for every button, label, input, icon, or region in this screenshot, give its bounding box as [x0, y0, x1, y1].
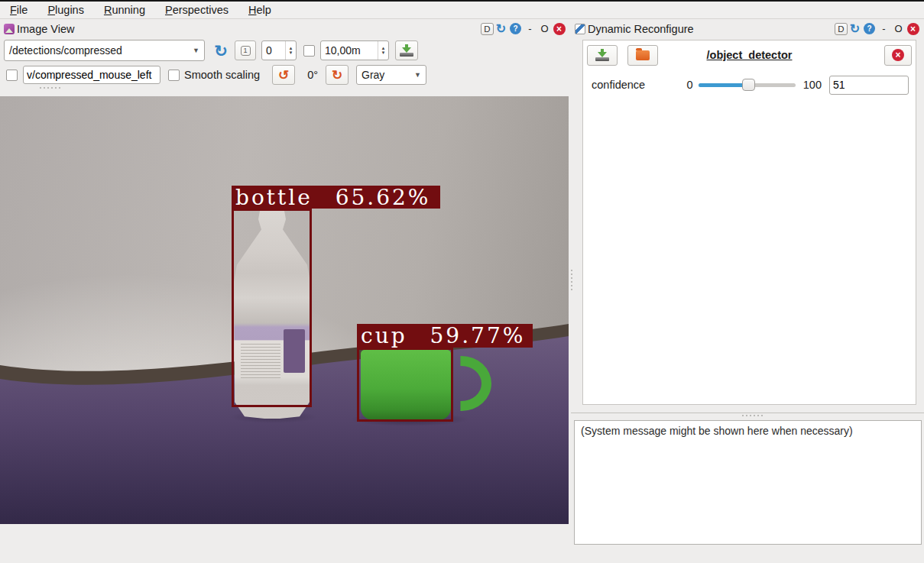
dynamic-reconfigure-plugin-icon — [575, 24, 585, 34]
parameter-min: 0 — [686, 79, 692, 91]
image-view-toolbar-row1: /detections/compressed ▼ ↻ 1 0 ▲▼ 10,00m… — [4, 40, 418, 61]
rotate-right-button[interactable]: ↻ — [326, 65, 349, 85]
reload-plugin-icon[interactable]: ↻ — [848, 22, 862, 36]
rotation-value: 0° — [307, 69, 318, 81]
dock-button[interactable]: D — [835, 23, 848, 35]
chevron-down-icon: ▼ — [414, 71, 421, 79]
save-config-button[interactable] — [587, 45, 618, 66]
help-icon[interactable]: ? — [508, 22, 523, 36]
smooth-scaling-checkbox[interactable] — [168, 70, 180, 81]
vertical-splitter-handle[interactable] — [571, 270, 572, 290]
dynamic-reconfigure-titlebar[interactable]: Dynamic Reconfigure D ↻ ? - O × — [571, 19, 924, 38]
dynamic-reconfigure-dock: Dynamic Reconfigure D ↻ ? - O × /object_… — [571, 19, 924, 413]
detection-box-bottle — [232, 209, 312, 407]
chevron-down-icon: ▼ — [193, 47, 199, 54]
menu-plugins[interactable]: Plugins — [47, 4, 84, 16]
parameter-row: confidence 0 100 — [592, 74, 909, 95]
max-range-spinbox[interactable]: 10,00m ▲▼ — [320, 40, 389, 60]
confidence-value-field[interactable] — [829, 76, 909, 95]
reload-glyph: ↻ — [496, 23, 506, 35]
topic-combobox[interactable]: /detections/compressed ▼ — [4, 40, 205, 61]
zoom-1-button[interactable]: 1 — [235, 40, 256, 60]
menu-file[interactable]: File — [10, 4, 28, 16]
menu-bar: File Plugins Running Perspectives Help — [0, 0, 924, 19]
rotate-left-icon: ↺ — [278, 69, 289, 82]
gridlines-spinbox[interactable]: 0 ▲▼ — [261, 40, 297, 60]
parameter-name: confidence — [592, 79, 686, 91]
dynamic-reconfigure-title: Dynamic Reconfigure — [588, 23, 694, 35]
close-icon: × — [907, 23, 919, 35]
close-plugin-button[interactable]: × — [906, 22, 920, 36]
confidence-slider-fill — [699, 83, 747, 87]
menu-perspectives[interactable]: Perspectives — [165, 4, 229, 16]
close-node-icon: × — [892, 49, 904, 61]
spin-down-icon[interactable]: ▼ — [381, 50, 386, 55]
parameter-max: 100 — [803, 79, 822, 91]
restore-button[interactable]: O — [537, 22, 552, 36]
spinbox-arrows[interactable]: ▲▼ — [378, 41, 388, 60]
open-folder-icon — [636, 50, 650, 60]
restore-button[interactable]: O — [891, 22, 906, 36]
zoom-1-icon: 1 — [241, 46, 251, 56]
system-message-area[interactable]: (System message might be shown here when… — [574, 420, 922, 545]
confidence-slider[interactable] — [699, 79, 795, 91]
close-icon: × — [553, 23, 566, 35]
dock-button[interactable]: D — [481, 23, 494, 35]
color-scheme-combobox[interactable]: Gray ▼ — [356, 65, 426, 85]
image-view-plugin-icon — [4, 24, 15, 34]
smooth-scaling-label[interactable]: Smooth scaling — [184, 69, 260, 81]
rotate-right-icon: ↻ — [332, 69, 342, 82]
minimize-button[interactable]: - — [877, 22, 891, 36]
save-config-icon — [595, 49, 609, 61]
image-view-dock: Image View D ↻ ? - O × /detections/compr… — [0, 19, 570, 563]
close-node-button[interactable]: × — [884, 45, 912, 66]
confidence-slider-thumb[interactable] — [742, 79, 755, 91]
detection-label-cup: cup 59.77% — [357, 324, 533, 348]
reload-plugin-icon[interactable]: ↻ — [494, 22, 508, 36]
publish-click-checkbox[interactable] — [6, 70, 18, 81]
dynamic-range-checkbox[interactable] — [303, 45, 315, 57]
help-circle: ? — [510, 23, 521, 34]
image-view-toolbar-row2: Smooth scaling ↺ 0° ↻ Gray ▼ — [6, 65, 426, 85]
detection-label-bottle: bottle 65.62% — [232, 186, 440, 209]
horizontal-splitter-handle[interactable] — [742, 415, 763, 416]
spin-down-icon[interactable]: ▼ — [289, 50, 293, 55]
toolbar-splitter-handle[interactable] — [40, 87, 60, 89]
save-image-icon — [400, 44, 413, 57]
image-view-title: Image View — [17, 23, 75, 35]
save-image-button[interactable] — [395, 40, 418, 60]
menu-running[interactable]: Running — [104, 4, 145, 16]
minimize-button[interactable]: - — [523, 22, 537, 36]
close-plugin-button[interactable]: × — [552, 22, 566, 36]
color-scheme-value: Gray — [361, 69, 384, 81]
node-toolbar: /object_detector × — [587, 44, 912, 66]
topic-combobox-value: /detections/compressed — [9, 44, 122, 57]
gridlines-value: 0 — [262, 41, 285, 60]
detection-box-cup — [357, 348, 453, 422]
image-view-titlebar[interactable]: Image View D ↻ ? - O × — [0, 19, 570, 38]
reload-glyph: ↻ — [850, 23, 860, 35]
help-icon[interactable]: ? — [862, 22, 877, 36]
camera-image: bottle 65.62% cup 59.77% — [0, 96, 569, 524]
refresh-topics-button[interactable]: ↻ — [209, 40, 232, 61]
mouse-topic-field[interactable] — [23, 66, 160, 84]
refresh-icon: ↻ — [214, 43, 228, 59]
dynamic-reconfigure-panel: /object_detector × confidence 0 100 — [582, 40, 916, 405]
spinbox-arrows[interactable]: ▲▼ — [285, 41, 296, 60]
menu-help[interactable]: Help — [248, 4, 271, 16]
rotate-left-button[interactable]: ↺ — [272, 65, 295, 85]
load-config-button[interactable] — [627, 45, 658, 66]
max-range-value: 10,00m — [321, 41, 378, 60]
help-circle: ? — [864, 23, 875, 34]
